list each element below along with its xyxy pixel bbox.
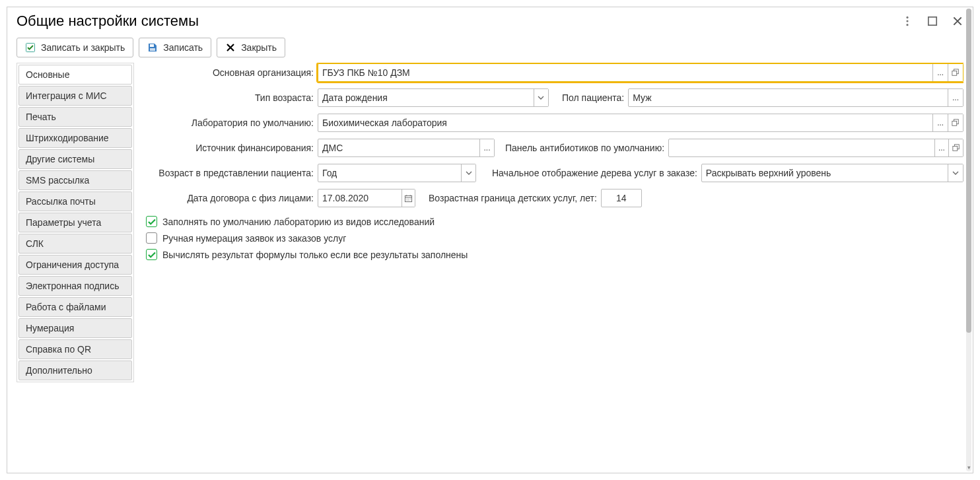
child-age-input[interactable] (602, 189, 641, 207)
org-open-button[interactable] (948, 64, 963, 81)
sex-input[interactable] (629, 89, 948, 106)
svg-rect-10 (952, 121, 957, 125)
tab-other-systems[interactable]: Другие системы (18, 149, 132, 169)
tree-input[interactable] (702, 164, 948, 182)
fin-pick-button[interactable]: ... (479, 139, 494, 156)
page-title: Общие настройки системы (17, 13, 901, 30)
label-fin: Источник финансирования: (142, 143, 314, 153)
save-label: Записать (163, 42, 203, 53)
vertical-scrollbar[interactable]: ▾ (966, 9, 971, 471)
ab-panel-input[interactable] (669, 139, 934, 156)
tab-mail[interactable]: Рассылка почты (18, 191, 132, 211)
tab-basic[interactable]: Основные (18, 65, 132, 85)
svg-rect-5 (150, 44, 154, 47)
age-type-input[interactable] (318, 89, 534, 106)
close-icon[interactable] (952, 15, 963, 27)
tab-additional[interactable]: Дополнительно (18, 360, 132, 380)
label-age-type: Тип возраста: (142, 92, 314, 103)
fill-lab-label: Заполнять по умолчанию лабораторию из ви… (162, 217, 435, 227)
child-age-field[interactable] (601, 189, 642, 207)
close-button[interactable]: Закрыть (217, 38, 285, 57)
label-ab-panel: Панель антибиотиков по умолчанию: (505, 143, 664, 153)
tree-dropdown-button[interactable] (948, 164, 963, 182)
tab-digital-signature[interactable]: Электронная подпись (18, 276, 132, 296)
contract-date-input[interactable] (318, 189, 402, 207)
age-type-dropdown-button[interactable] (534, 89, 548, 106)
lab-pick-button[interactable]: ... (932, 114, 948, 131)
org-input[interactable] (318, 64, 932, 81)
label-child-age: Возрастная граница детских услуг, лет: (429, 193, 597, 203)
label-org: Основная организация: (142, 67, 314, 78)
label-contract-date: Дата договора с физ лицами: (142, 193, 314, 203)
tab-files[interactable]: Работа с файлами (18, 297, 132, 317)
floppy-icon (147, 42, 158, 53)
scrollbar-thumb[interactable] (966, 9, 971, 333)
save-button[interactable]: Записать (139, 38, 211, 57)
window-controls (901, 15, 963, 27)
scrollbar-down-arrow[interactable]: ▾ (966, 463, 971, 471)
calc-formula-label: Вычислять результат формулы только если … (162, 250, 468, 260)
fin-input[interactable] (318, 139, 479, 156)
x-icon (225, 42, 236, 53)
tab-slk[interactable]: СЛК (18, 234, 132, 254)
titlebar: Общие настройки системы (7, 7, 973, 32)
manual-num-checkbox[interactable] (146, 232, 157, 244)
tab-list: Основные Интеграция с МИС Печать Штрихко… (17, 63, 134, 382)
svg-point-1 (906, 20, 908, 22)
org-field[interactable]: ... (318, 63, 963, 82)
tab-sms[interactable]: SMS рассылка (18, 170, 132, 190)
age-repr-field[interactable] (318, 164, 476, 182)
org-pick-button[interactable]: ... (932, 64, 948, 81)
lab-open-button[interactable] (948, 114, 963, 131)
label-sex: Пол пациента: (562, 92, 624, 103)
fill-lab-checkbox[interactable] (146, 216, 157, 227)
ab-panel-field[interactable]: ... (668, 139, 963, 157)
lab-field[interactable]: ... (318, 114, 963, 132)
tab-print[interactable]: Печать (18, 107, 132, 127)
age-type-field[interactable] (318, 88, 549, 107)
svg-point-2 (906, 24, 908, 26)
sex-pick-button[interactable]: ... (948, 89, 963, 106)
save-close-icon (25, 42, 36, 53)
more-icon[interactable] (901, 15, 913, 27)
calc-formula-checkbox[interactable] (146, 249, 157, 260)
tab-numbering[interactable]: Нумерация (18, 318, 132, 338)
sex-field[interactable]: ... (628, 88, 963, 107)
tree-field[interactable] (701, 164, 963, 182)
svg-rect-8 (952, 71, 957, 75)
svg-point-0 (906, 17, 908, 18)
lab-input[interactable] (318, 114, 932, 131)
content: Основные Интеграция с МИС Печать Штрихко… (17, 63, 963, 463)
svg-rect-3 (928, 17, 936, 25)
label-age-repr: Возраст в представлении пациента: (142, 168, 314, 178)
svg-rect-6 (150, 48, 155, 51)
tab-access-restrictions[interactable]: Ограничения доступа (18, 255, 132, 275)
maximize-icon[interactable] (927, 15, 938, 27)
tab-accounting-params[interactable]: Параметры учета (18, 213, 132, 232)
svg-rect-12 (952, 146, 957, 151)
age-repr-dropdown-button[interactable] (461, 164, 475, 182)
settings-window: Общие настройки системы Записать и закры… (7, 7, 973, 473)
ab-panel-open-button[interactable] (948, 139, 963, 156)
save-and-close-label: Записать и закрыть (41, 42, 125, 53)
contract-date-field[interactable] (318, 189, 415, 207)
form-panel: Основная организация: ... Тип возраста: … (142, 63, 963, 463)
fin-field[interactable]: ... (318, 139, 495, 157)
tab-qr-help[interactable]: Справка по QR (18, 339, 132, 359)
manual-num-label: Ручная нумерация заявок из заказов услуг (162, 233, 346, 244)
tab-barcoding[interactable]: Штрихкодирование (18, 128, 132, 148)
label-lab: Лаборатория по умолчанию: (142, 118, 314, 128)
label-tree: Начальное отображение дерева услуг в зак… (492, 168, 697, 178)
save-and-close-button[interactable]: Записать и закрыть (17, 38, 133, 57)
toolbar: Записать и закрыть Записать Закрыть (7, 32, 973, 63)
ab-panel-pick-button[interactable]: ... (934, 139, 949, 156)
age-repr-input[interactable] (318, 164, 461, 182)
tab-mis-integration[interactable]: Интеграция с МИС (18, 86, 132, 106)
calendar-button[interactable] (402, 189, 415, 207)
close-label: Закрыть (241, 42, 277, 53)
